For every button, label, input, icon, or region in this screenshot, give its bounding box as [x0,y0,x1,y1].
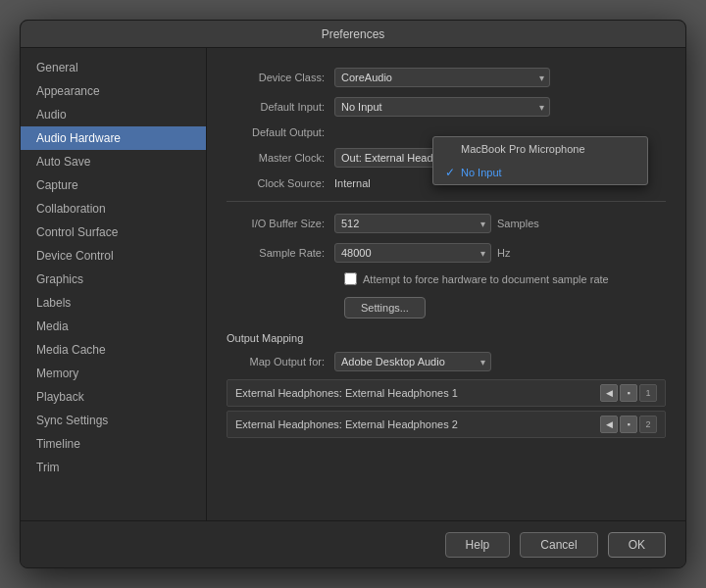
sidebar-item-media[interactable]: Media [21,315,206,338]
map-output-row: Map Output for: Adobe Desktop Audio [227,352,666,371]
clock-source-label: Clock Source: [227,177,334,189]
dropdown-check-macbook [445,142,461,156]
default-input-select-wrapper: No Input [334,97,550,117]
device-class-row: Device Class: CoreAudio [227,68,666,87]
force-hardware-row: Attempt to force hardware to document sa… [344,272,666,285]
device-class-select-wrapper: CoreAudio [334,68,550,87]
sidebar-item-audio-hardware[interactable]: Audio Hardware [21,126,206,150]
default-input-select[interactable]: No Input [334,97,550,117]
sidebar-item-capture[interactable]: Capture [21,173,206,197]
device-class-select[interactable]: CoreAudio [334,68,550,87]
clock-source-value: Internal [334,177,371,189]
output-row-num-1: 1 [639,384,657,402]
sample-rate-label: Sample Rate: [227,247,334,259]
sample-rate-select-wrapper: 48000 [334,243,491,263]
sidebar-item-collaboration[interactable]: Collaboration [21,197,206,220]
sample-rate-select[interactable]: 48000 [334,243,491,263]
footer: Help Cancel OK [21,520,685,567]
buffer-size-select-wrapper: 512 [334,214,491,233]
ok-button[interactable]: OK [608,532,666,558]
sidebar-item-playback[interactable]: Playback [21,385,206,409]
buffer-size-select[interactable]: 512 [334,214,491,233]
cancel-button[interactable]: Cancel [520,532,597,558]
dropdown-check-no-input: ✓ [445,166,461,179]
sidebar-item-general[interactable]: General [21,56,206,79]
main-panel: Device Class: CoreAudio Default Input: N… [207,48,685,520]
device-class-label: Device Class: [227,72,334,83]
sidebar-item-trim[interactable]: Trim [21,456,206,479]
sidebar-item-sync-settings[interactable]: Sync Settings [21,409,206,432]
window-title: Preferences [322,27,385,41]
sidebar-item-timeline[interactable]: Timeline [21,432,206,456]
output-row-num-2: 2 [639,416,657,433]
dropdown-item-macbook-label: MacBook Pro Microphone [461,143,585,155]
output-row-2: External Headphones: External Headphones… [227,411,666,438]
output-row-1: External Headphones: External Headphones… [227,379,666,407]
output-rows-container: External Headphones: External Headphones… [227,379,666,438]
force-hardware-checkbox[interactable] [344,272,357,285]
map-output-label: Map Output for: [227,356,334,368]
titlebar: Preferences [21,21,685,48]
dropdown-item-macbook[interactable]: MacBook Pro Microphone [433,137,647,161]
sidebar-item-device-control[interactable]: Device Control [21,244,206,268]
default-output-label: Default Output: [227,126,334,138]
sidebar-item-appearance[interactable]: Appearance [21,79,206,103]
sample-rate-row: Sample Rate: 48000 Hz [227,243,666,263]
dropdown-item-no-input-label: No Input [461,167,502,178]
sidebar: GeneralAppearanceAudioAudio HardwareAuto… [21,48,207,520]
output-row-next-btn-2[interactable]: ▪ [620,416,637,433]
content-area: GeneralAppearanceAudioAudio HardwareAuto… [21,48,685,520]
output-row-label-1: External Headphones: External Headphones… [235,387,600,399]
dropdown-item-no-input[interactable]: ✓ No Input [433,161,647,184]
input-dropdown: MacBook Pro Microphone ✓ No Input [432,136,648,185]
output-row-label-2: External Headphones: External Headphones… [235,418,600,430]
output-row-controls-2: ◀▪2 [600,416,657,433]
force-hardware-label: Attempt to force hardware to document sa… [363,273,609,285]
buffer-size-label: I/O Buffer Size: [227,218,334,229]
help-button[interactable]: Help [445,532,511,558]
sidebar-item-memory[interactable]: Memory [21,362,206,385]
default-input-row: Default Input: No Input [227,97,666,117]
sample-rate-unit: Hz [497,247,510,259]
preferences-window: Preferences GeneralAppearanceAudioAudio … [20,20,686,568]
buffer-size-unit: Samples [497,218,539,229]
output-row-controls-1: ◀▪1 [600,384,657,402]
sidebar-item-audio[interactable]: Audio [21,103,206,126]
sidebar-item-graphics[interactable]: Graphics [21,268,206,291]
sidebar-item-control-surface[interactable]: Control Surface [21,220,206,244]
output-row-prev-btn-2[interactable]: ◀ [600,416,618,433]
map-output-select-wrapper: Adobe Desktop Audio [334,352,491,371]
buffer-size-row: I/O Buffer Size: 512 Samples [227,214,666,233]
map-output-select[interactable]: Adobe Desktop Audio [334,352,491,371]
settings-button[interactable]: Settings... [344,297,426,318]
divider-1 [227,201,666,202]
output-row-prev-btn-1[interactable]: ◀ [600,384,618,402]
output-row-next-btn-1[interactable]: ▪ [620,384,637,402]
output-mapping-title: Output Mapping [227,332,666,344]
sidebar-item-auto-save[interactable]: Auto Save [21,150,206,173]
sidebar-item-media-cache[interactable]: Media Cache [21,338,206,362]
master-clock-label: Master Clock: [227,152,334,164]
default-input-label: Default Input: [227,101,334,113]
sidebar-item-labels[interactable]: Labels [21,291,206,315]
